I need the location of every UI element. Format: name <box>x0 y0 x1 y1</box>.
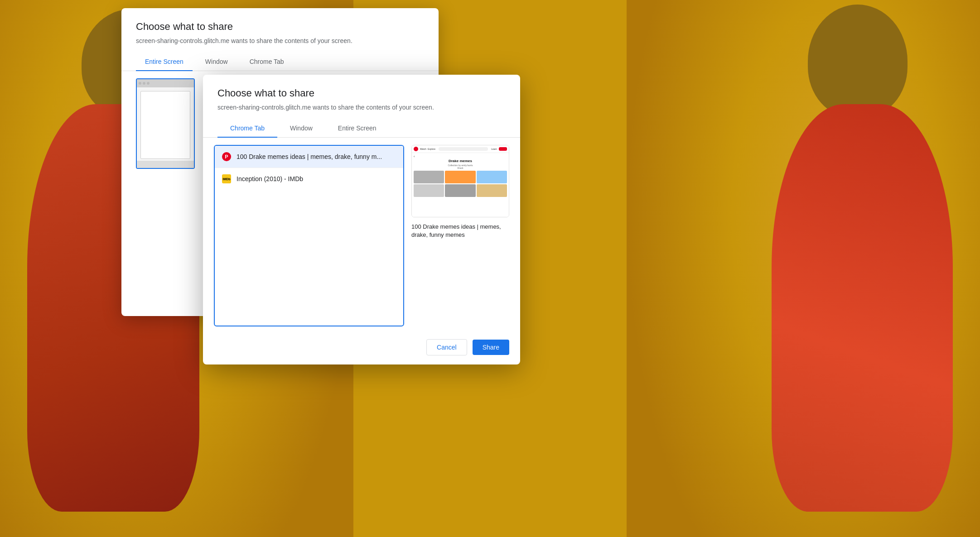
dialog-front-main: P 100 Drake memes ideas | memes, drake, … <box>203 138 520 334</box>
pin-img-5 <box>445 184 475 197</box>
pin-nav: Watch Explore <box>420 148 435 150</box>
preview-thumbnail: Watch Explore Learn ‹ Drake memes Collec… <box>411 145 509 217</box>
pinterest-icon: P <box>222 152 231 161</box>
tab-entire-screen[interactable]: Entire Screen <box>136 53 193 71</box>
share-button[interactable]: Share <box>473 340 509 355</box>
tab-chrome-tab[interactable]: Chrome Tab <box>241 53 293 71</box>
thumb-taskbar <box>137 161 194 168</box>
pin-img-6 <box>477 184 507 197</box>
pin-img-1 <box>414 171 444 183</box>
drake-right-figure <box>627 0 980 537</box>
tab-front-chrome-tab[interactable]: Chrome Tab <box>217 119 277 137</box>
thumb-dot-2 <box>143 82 145 85</box>
drake-right-body <box>772 104 953 512</box>
pin-back: ‹ <box>414 155 507 158</box>
thumb-bar <box>137 79 194 87</box>
thumb-dot-3 <box>147 82 150 85</box>
pin-board-title: Drake memes <box>414 159 507 163</box>
tab-front-window[interactable]: Window <box>277 119 325 137</box>
dialog-front-header: Choose what to share screen-sharing-cont… <box>203 75 520 111</box>
dialog-front-tabs: Chrome Tab Window Entire Screen <box>203 119 520 138</box>
dialog-footer: Cancel Share <box>203 334 520 364</box>
pin-search-bar <box>439 147 488 151</box>
pinterest-icon-label: P <box>225 154 228 159</box>
pin-images-grid <box>414 171 507 197</box>
pin-img-2 <box>445 171 475 183</box>
thumb-window <box>140 91 190 159</box>
preview-description: 100 Drake memes ideas | memes, drake, fu… <box>411 223 509 239</box>
pin-save-btn <box>499 147 507 151</box>
tab-front-entire-screen[interactable]: Entire Screen <box>325 119 389 137</box>
tab-item-imdb[interactable]: IMDb Inception (2010) - IMDb <box>215 168 403 190</box>
dialog-back-tabs: Entire Screen Window Chrome Tab <box>121 53 439 71</box>
tab-list: P 100 Drake memes ideas | memes, drake, … <box>214 145 404 326</box>
drake-right-head <box>808 5 908 118</box>
tab-imdb-label: Inception (2010) - IMDb <box>237 175 303 182</box>
tab-pinterest-label: 100 Drake memes ideas | memes, drake, fu… <box>237 153 382 160</box>
dialog-back-header: Choose what to share screen-sharing-cont… <box>121 8 439 44</box>
pin-content: ‹ Drake memes Collection by emily.harris… <box>412 153 509 199</box>
pin-header: Watch Explore Learn <box>412 145 509 153</box>
thumb-dot-1 <box>139 82 141 85</box>
tab-item-pinterest[interactable]: P 100 Drake memes ideas | memes, drake, … <box>215 146 403 168</box>
preview-panel: Watch Explore Learn ‹ Drake memes Collec… <box>411 145 509 326</box>
thumb-content <box>137 87 194 168</box>
dialog-front-subtitle: screen-sharing-controls.glitch.me wants … <box>217 104 506 111</box>
tab-window[interactable]: Window <box>196 53 237 71</box>
imdb-icon: IMDb <box>222 174 231 183</box>
pinterest-preview: Watch Explore Learn ‹ Drake memes Collec… <box>412 145 509 217</box>
dialog-back-subtitle: screen-sharing-controls.glitch.me wants … <box>136 37 424 44</box>
screen-thumbnail[interactable] <box>136 78 195 169</box>
dialog-back-title: Choose what to share <box>136 21 424 33</box>
pin-logo <box>414 147 418 151</box>
cancel-button[interactable]: Cancel <box>426 339 467 355</box>
pin-user-info: Collection by emily.harrisDrack <box>414 164 507 169</box>
imdb-icon-label: IMDb <box>222 177 230 181</box>
pin-img-4 <box>414 184 444 197</box>
dialog-front-title: Choose what to share <box>217 87 506 99</box>
pin-img-3 <box>477 171 507 183</box>
dialog-front: Choose what to share screen-sharing-cont… <box>203 75 520 364</box>
